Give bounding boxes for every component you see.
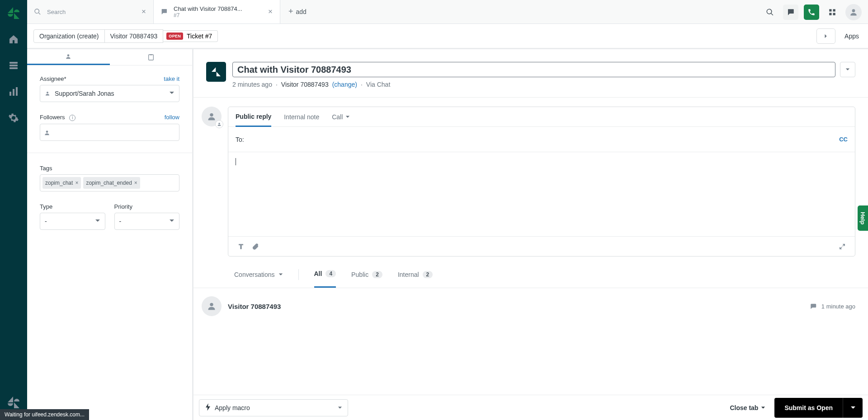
topbar-search-button[interactable] [762,5,778,20]
priority-select[interactable]: - [114,213,180,230]
svg-rect-16 [148,55,153,60]
chevron-down-icon [278,271,283,278]
svg-rect-11 [833,9,835,11]
brand-logo[interactable] [0,0,27,26]
close-icon[interactable]: × [267,9,274,15]
visitor-avatar[interactable] [202,296,222,316]
to-label: To: [236,136,244,143]
breadcrumb-ticket-ref: Ticket #7 [187,33,212,40]
count-badge: 2 [372,271,382,278]
chevron-down-icon [345,113,350,121]
take-it-link[interactable]: take it [164,75,179,82]
to-input[interactable] [244,127,840,152]
nav-views-icon[interactable] [0,52,27,79]
follow-link[interactable]: follow [165,114,179,121]
attachment-icon[interactable] [248,239,263,254]
tab-strip: Search × Chat with Visitor 708874... #7 … [27,0,868,24]
person-icon [44,130,50,138]
ticket-subject-menu[interactable] [840,62,855,77]
meta-change-link[interactable]: (change) [332,81,357,88]
svg-marker-8 [8,397,13,402]
composer-tab-internal[interactable]: Internal note [284,107,319,126]
composer-toolbar [228,236,855,256]
breadcrumb-requester[interactable]: Visitor 70887493 [104,29,164,43]
breadcrumb-ticket-status[interactable]: OPEN Ticket #7 [163,30,218,42]
ticket-footer: Apply macro Close tab Submit as Open [193,395,868,420]
submit-menu-button[interactable] [843,398,863,418]
panel-tabs [27,49,192,65]
filter-all[interactable]: All4 [314,261,336,288]
apps-toggle[interactable]: Apps [842,33,862,40]
plus-icon: + [288,7,293,16]
svg-rect-17 [150,54,152,55]
topbar-apps-button[interactable] [825,5,840,20]
topbar-right [762,0,862,24]
breadcrumb-org[interactable]: Organization (create) [33,29,105,43]
topbar-phone-button[interactable] [804,5,819,20]
svg-rect-5 [9,92,11,96]
type-select[interactable]: - [40,213,105,230]
tab-ticket[interactable]: Chat with Visitor 708874... #7 × [154,0,280,23]
svg-rect-4 [9,67,18,69]
svg-rect-3 [9,65,18,66]
followers-input[interactable] [40,124,179,141]
svg-point-14 [852,9,855,12]
remove-tag-icon[interactable]: × [134,180,137,186]
type-value: - [45,218,47,225]
panel-tab-user[interactable] [27,49,110,65]
composer-tab-call[interactable]: Call [332,107,350,126]
meta-time: 2 minutes ago [232,81,272,88]
nav-home-icon[interactable] [0,26,27,52]
submit-group: Submit as Open [774,398,863,418]
expand-composer-icon[interactable] [835,239,849,254]
svg-marker-0 [8,7,13,13]
format-text-icon[interactable] [234,239,248,254]
svg-marker-21 [217,72,221,76]
browser-status-text: Waiting for uifeed.zendesk.com... [0,409,89,420]
secondary-bar: Organization (create) Visitor 70887493 O… [27,24,868,49]
submit-button[interactable]: Submit as Open [774,398,843,418]
tab-search-placeholder: Search [47,9,141,15]
svg-rect-12 [829,13,831,15]
tags-input[interactable]: zopim_chat× zopim_chat_ended× [40,174,179,191]
tab-ticket-subtitle: #7 [174,12,267,19]
reply-editor[interactable] [228,152,855,236]
requester-avatar[interactable] [206,62,226,82]
cc-button[interactable]: CC [839,136,848,143]
svg-point-19 [46,131,48,133]
svg-rect-10 [829,9,831,11]
event-author[interactable]: Visitor 70887493 [228,303,803,310]
svg-marker-9 [14,402,19,408]
event-timestamp: 1 minute ago [810,303,855,310]
next-ticket-button[interactable] [816,28,835,44]
chevron-down-icon [95,218,100,225]
add-tab-button[interactable]: + add [280,0,315,23]
close-icon[interactable]: × [141,9,147,15]
agent-avatar[interactable] [202,107,222,126]
topbar-chat-button[interactable] [783,5,798,20]
chevron-down-icon [169,218,175,225]
ticket-meta: 2 minutes ago· Visitor 70887493 (change)… [232,81,855,88]
type-label: Type [40,203,52,210]
info-icon[interactable]: i [69,115,75,121]
nav-admin-icon[interactable] [0,105,27,131]
nav-reports-icon[interactable] [0,79,27,105]
filter-public[interactable]: Public2 [351,271,382,278]
topbar-profile-avatar[interactable] [845,4,862,20]
meta-requester[interactable]: Visitor 70887493 [281,81,329,88]
ticket-subject-input[interactable] [232,62,835,77]
assignee-value: Support/Sarah Jonas [55,90,114,97]
conversations-dropdown[interactable]: Conversations [234,271,283,278]
nav-rail [0,0,27,420]
remove-tag-icon[interactable]: × [75,180,78,186]
filter-internal[interactable]: Internal2 [398,271,433,278]
close-tab-button[interactable]: Close tab [730,404,765,411]
count-badge: 4 [326,270,336,277]
assignee-select[interactable]: Support/Sarah Jonas [40,85,179,102]
tab-search[interactable]: Search × [27,0,154,23]
panel-tab-context[interactable] [110,49,193,65]
count-badge: 2 [423,271,433,278]
composer-tab-public[interactable]: Public reply [236,107,271,127]
apply-macro-button[interactable]: Apply macro [199,399,348,416]
help-tab[interactable]: Help [858,205,868,231]
